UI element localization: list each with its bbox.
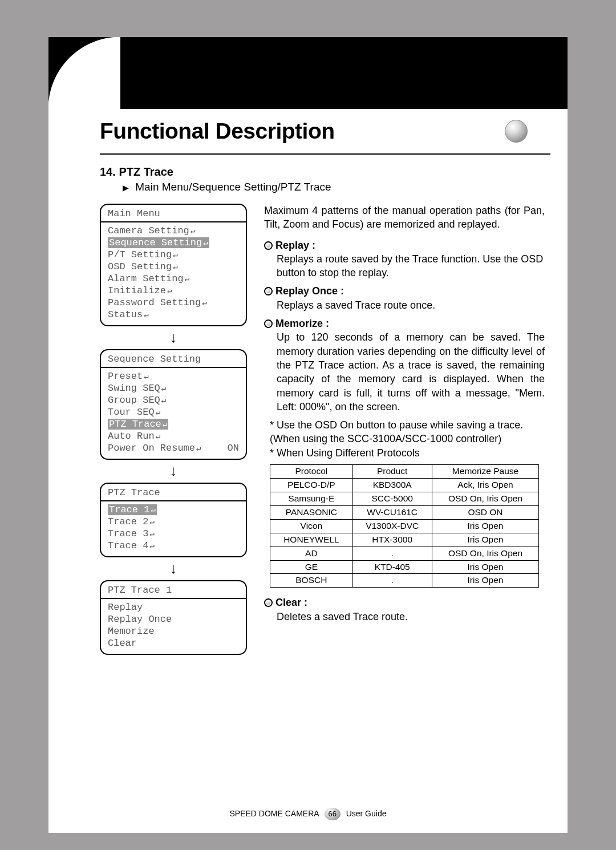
enter-icon — [172, 249, 177, 260]
section-title: 14. PTZ Trace — [100, 165, 545, 179]
osd-menu-item: Status — [108, 309, 239, 321]
osd-menu-item: Auto Run — [108, 430, 239, 442]
bullet-icon — [264, 598, 273, 607]
osd-menu-item: Tour SEQ — [108, 406, 239, 418]
osd-ptz-trace-1-menu: PTZ Trace 1 ReplayReplay OnceMemorizeCle… — [100, 580, 247, 655]
osd-menu-item: Trace 4 — [108, 540, 239, 552]
table-header: Protocol — [270, 465, 353, 479]
osd-menu-title: Sequence Setting — [101, 350, 246, 368]
arrow-down-icon: ↓ — [100, 330, 247, 345]
enter-icon — [143, 309, 148, 320]
table-row: HONEYWELLHTX-3000Iris Open — [270, 533, 539, 547]
bullet-icon — [264, 319, 273, 328]
page-footer: SPEED DOME CAMERA 66 User Guide — [48, 808, 568, 820]
osd-menu-item: Sequence Setting — [108, 237, 239, 249]
note-protocols: * When Using Different Protocols — [270, 446, 545, 460]
enter-icon — [148, 528, 154, 539]
osd-menu-item: Trace 1 — [108, 504, 239, 516]
bullet-icon — [264, 241, 273, 250]
table-header: Memorize Pause — [432, 465, 539, 479]
table-header: Product — [352, 465, 432, 479]
osd-menu-item: OSD Setting — [108, 261, 239, 273]
enter-icon — [201, 297, 206, 308]
osd-menu-item: Camera Setting — [108, 225, 239, 237]
page-number-badge: 66 — [325, 808, 341, 820]
osd-sequence-menu: Sequence Setting PresetSwing SEQGroup SE… — [100, 349, 247, 460]
enter-icon — [155, 407, 160, 418]
osd-ptz-trace-menu: PTZ Trace Trace 1Trace 2Trace 3Trace 4 — [100, 483, 247, 557]
osd-menu-item: Trace 3 — [108, 528, 239, 540]
bullet-replay-once: Replay Once : Replays a saved Trace rout… — [264, 284, 545, 312]
table-row: PANASONICWV-CU161COSD ON — [270, 505, 539, 519]
enter-icon — [149, 504, 155, 515]
table-row: ViconV1300X-DVCIris Open — [270, 519, 539, 533]
enter-icon — [202, 237, 208, 248]
protocol-table: ProtocolProductMemorize Pause PELCO-D/PK… — [270, 464, 539, 588]
osd-menu-item: Swing SEQ — [108, 382, 239, 394]
enter-icon — [143, 371, 148, 382]
osd-menu-title: PTZ Trace 1 — [101, 581, 246, 599]
enter-icon — [184, 273, 189, 284]
osd-menu-item: Replay Once — [108, 613, 239, 625]
enter-icon — [172, 261, 177, 272]
bullet-icon — [264, 287, 273, 296]
osd-menu-item: Replay — [108, 601, 239, 613]
note-pause: * Use the OSD On button to pause while s… — [270, 418, 545, 446]
osd-menu-item: Password Setting — [108, 297, 239, 309]
enter-icon — [189, 225, 195, 236]
osd-menu-item: Preset — [108, 370, 239, 382]
osd-main-menu: Main Menu Camera SettingSequence Setting… — [100, 204, 247, 326]
enter-icon — [160, 383, 166, 394]
decorative-sphere-icon — [505, 120, 528, 143]
arrow-down-icon: ↓ — [100, 561, 247, 576]
table-row: PELCO-D/PKBD300AAck, Iris Open — [270, 478, 539, 492]
osd-menu-title: PTZ Trace — [101, 484, 246, 501]
enter-icon — [161, 419, 167, 430]
osd-menu-item: Alarm Setting — [108, 273, 239, 285]
osd-menu-item: Memorize — [108, 625, 239, 637]
osd-menu-item: Trace 2 — [108, 516, 239, 528]
osd-menu-title: Main Menu — [101, 205, 246, 222]
bullet-clear: Clear : Deletes a saved Trace route. — [264, 596, 545, 624]
enter-icon — [155, 431, 160, 442]
bullet-memorize: Memorize : Up to 120 seconds of a memory… — [264, 317, 545, 414]
intro-paragraph: Maximum 4 patterns of the manual operati… — [264, 204, 545, 232]
breadcrumb: ▶ Main Menu/Sequence Setting/PTZ Trace — [123, 181, 545, 193]
osd-menu-item: Initialize — [108, 285, 239, 297]
osd-menu-item: Clear — [108, 637, 239, 649]
table-row: GEKTD-405Iris Open — [270, 560, 539, 574]
arrow-down-icon: ↓ — [100, 463, 247, 478]
enter-icon — [166, 285, 172, 296]
page-heading: Functional Description — [100, 119, 335, 144]
enter-icon — [148, 516, 154, 527]
enter-icon — [195, 443, 201, 454]
osd-menu-item: Power On ResumeON — [108, 442, 239, 454]
osd-menu-item: P/T Setting — [108, 249, 239, 261]
osd-menu-item: PTZ Trace — [108, 418, 239, 430]
osd-menu-item: Group SEQ — [108, 394, 239, 406]
table-row: Samsung-ESCC-5000OSD On, Iris Open — [270, 492, 539, 505]
table-row: AD.OSD On, Iris Open — [270, 547, 539, 560]
enter-icon — [160, 395, 166, 406]
triangle-right-icon: ▶ — [123, 183, 129, 192]
table-row: BOSCH.Iris Open — [270, 574, 539, 588]
enter-icon — [148, 540, 154, 551]
bullet-replay: Replay : Replays a route saved by the Tr… — [264, 238, 545, 280]
